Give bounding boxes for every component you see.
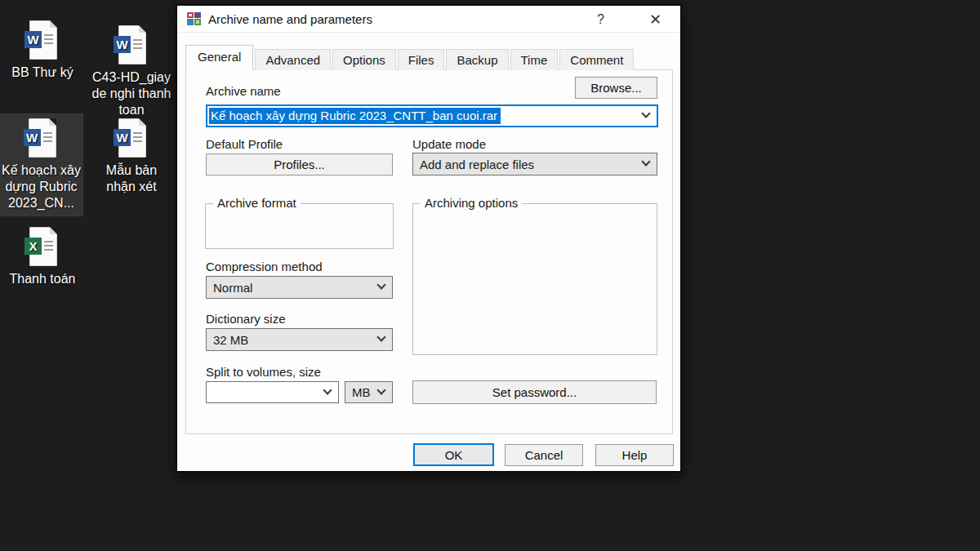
tab-backup[interactable]: Backup <box>446 49 508 70</box>
update-mode-select[interactable]: Add and replace files <box>412 153 657 176</box>
word-badge: W <box>114 129 131 146</box>
chevron-down-icon <box>376 332 385 341</box>
word-file-icon: W <box>115 118 148 158</box>
word-badge: W <box>24 129 41 146</box>
cancel-button[interactable]: Cancel <box>505 444 583 466</box>
default-profile-label: Default Profile <box>206 137 283 151</box>
word-file-icon: W <box>25 118 58 158</box>
archive-format-label: Archive format <box>213 196 301 210</box>
desktop-icon-mau-ban[interactable]: W Mẫu bản nhận xét <box>90 114 173 199</box>
compression-method-select[interactable]: Normal <box>206 276 393 299</box>
help-button[interactable]: Help <box>595 444 674 466</box>
desktop-icon-ke-hoach[interactable]: W Kế hoạch xây dựng Rubric 2023_CN... <box>0 114 82 216</box>
desktop-icon-label: Thanh toán <box>10 271 76 287</box>
excel-file-icon: X <box>26 227 59 266</box>
winrar-icon <box>187 12 201 25</box>
chevron-down-icon <box>323 385 332 394</box>
word-badge: W <box>24 31 42 48</box>
tab-time[interactable]: Time <box>510 49 559 70</box>
desktop-icon-thanh-toan[interactable]: X Thanh toán <box>5 223 80 291</box>
dialog-help-button[interactable]: ? <box>582 6 619 33</box>
word-file-icon: W <box>26 20 59 60</box>
archive-format-group: Archive format <box>205 203 394 249</box>
excel-badge: X <box>24 238 42 255</box>
chevron-down-icon <box>376 385 385 394</box>
chevron-down-icon <box>376 280 385 289</box>
tab-general[interactable]: General <box>185 45 253 70</box>
archive-dialog: Archive name and parameters ? ✕ General … <box>176 4 682 473</box>
ok-button[interactable]: OK <box>413 443 494 466</box>
archive-name-value: Kế hoạch xây dựng Rubric 2023_CNTT_ban c… <box>209 108 501 124</box>
split-unit-value: MB <box>352 385 371 399</box>
update-mode-label: Update mode <box>412 137 486 151</box>
desktop-icon-c43[interactable]: W C43-HD_giay de nghi thanh toan <box>90 21 173 122</box>
split-volumes-input[interactable] <box>206 381 339 403</box>
compression-method-label: Compression method <box>206 260 323 273</box>
dictionary-size-value: 32 MB <box>213 333 248 347</box>
compression-method-value: Normal <box>213 281 252 295</box>
tab-options[interactable]: Options <box>332 49 396 70</box>
set-password-button[interactable]: Set password... <box>412 380 657 404</box>
chevron-down-icon <box>641 157 650 166</box>
dictionary-size-label: Dictionary size <box>206 312 286 326</box>
tab-comment[interactable]: Comment <box>559 49 634 70</box>
chevron-down-icon[interactable] <box>641 109 650 118</box>
desktop-icon-label: Kế hoạch xây dựng Rubric 2023_CN... <box>2 162 81 211</box>
dialog-title: Archive name and parameters <box>208 12 372 26</box>
update-mode-value: Add and replace files <box>420 158 534 171</box>
desktop-icon-label: BB Thư ký <box>11 64 73 81</box>
desktop-icon-label: Mẫu bản nhận xét <box>91 162 172 195</box>
close-icon[interactable]: ✕ <box>637 6 674 33</box>
word-file-icon: W <box>115 25 148 64</box>
archiving-options-label: Archiving options <box>421 196 522 210</box>
word-badge: W <box>114 36 131 53</box>
desktop-icon-label: C43-HD_giay de nghi thanh toan <box>91 69 172 118</box>
dialog-tabs: General Advanced Options Files Backup Ti… <box>185 44 635 70</box>
split-volumes-label: Split to volumes, size <box>206 365 321 379</box>
browse-button[interactable]: Browse... <box>575 77 657 99</box>
archive-name-input[interactable]: Kế hoạch xây dựng Rubric 2023_CNTT_ban c… <box>206 104 658 127</box>
profiles-button[interactable]: Profiles... <box>206 153 393 176</box>
tab-files[interactable]: Files <box>398 49 445 70</box>
tab-advanced[interactable]: Advanced <box>255 49 331 70</box>
archiving-options-group: Archiving options <box>412 203 657 355</box>
dictionary-size-select[interactable]: 32 MB <box>206 328 393 351</box>
desktop-icon-bb-thu-ky[interactable]: W BB Thư ký <box>5 16 80 85</box>
split-unit-select[interactable]: MB <box>345 381 393 403</box>
archive-name-label: Archive name <box>206 84 281 98</box>
